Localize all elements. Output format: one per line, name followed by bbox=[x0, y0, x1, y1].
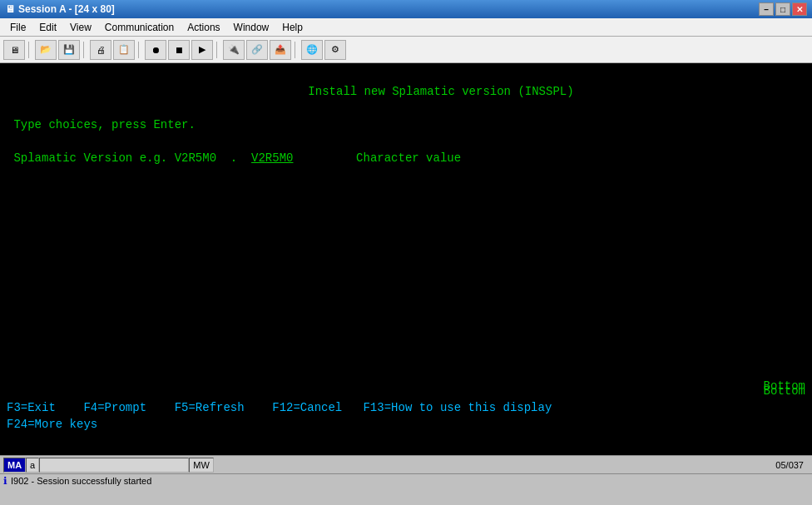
title-bar-controls: – □ ✕ bbox=[759, 2, 807, 16]
status-position: 05/037 bbox=[775, 460, 809, 470]
toolbar-sep4 bbox=[216, 42, 220, 58]
toolbar-new[interactable]: 🖥 bbox=[3, 40, 25, 60]
term-blank13 bbox=[7, 266, 805, 283]
term-bottom-line: Bottom bbox=[7, 383, 805, 399]
menu-window[interactable]: Window bbox=[227, 20, 276, 35]
term-blank12 bbox=[7, 250, 805, 266]
toolbar-sep3 bbox=[138, 42, 141, 58]
term-blank10 bbox=[7, 216, 805, 233]
term-line-blank1 bbox=[7, 67, 805, 83]
title-bar-left: 🖥 Session A - [24 x 80] bbox=[5, 3, 115, 15]
status-spacer bbox=[39, 458, 189, 473]
term-fkeys-line2: F24=More keys bbox=[7, 416, 805, 433]
term-blank18 bbox=[7, 349, 805, 366]
term-blank16 bbox=[7, 316, 805, 333]
title-bar: 🖥 Session A - [24 x 80] – □ ✕ bbox=[0, 0, 812, 18]
toolbar-sep1 bbox=[28, 42, 32, 58]
menu-file[interactable]: File bbox=[3, 20, 32, 35]
term-blank17 bbox=[7, 333, 805, 349]
status-session-name: a bbox=[26, 458, 39, 473]
term-field-label: Splamatic Version e.g. V2R5M0 . bbox=[7, 150, 251, 167]
menu-actions[interactable]: Actions bbox=[181, 20, 226, 35]
term-prompt-text: Type choices, press Enter. bbox=[7, 116, 196, 134]
status-left: MA a MW bbox=[3, 458, 775, 473]
toolbar-print[interactable]: 🖨 bbox=[90, 40, 111, 60]
term-fkeys-text1: F3=Exit F4=Prompt F5=Refresh F12=Cancel … bbox=[7, 399, 552, 417]
term-blank15 bbox=[7, 300, 805, 316]
toolbar-save[interactable]: 💾 bbox=[58, 40, 80, 60]
app-icon: 🖥 bbox=[5, 3, 15, 15]
menu-bar: File Edit View Communication Actions Win… bbox=[0, 18, 812, 37]
toolbar-disconnect[interactable]: 🔗 bbox=[246, 40, 268, 60]
term-blank9 bbox=[7, 200, 805, 216]
toolbar-connect[interactable]: 🔌 bbox=[223, 40, 245, 60]
term-field-line: Splamatic Version e.g. V2R5M0 . V2R5M0 C… bbox=[7, 150, 805, 166]
term-title-line: Install new Splamatic version (INSSPL) bbox=[7, 83, 805, 100]
toolbar-transfer[interactable]: 📤 bbox=[270, 40, 291, 60]
status-session-id: MA bbox=[3, 458, 26, 473]
toolbar-play[interactable]: ▶ bbox=[191, 40, 213, 60]
term-blank8 bbox=[7, 183, 805, 200]
term-blank14 bbox=[7, 283, 805, 300]
term-fkeys-line1: F3=Exit F4=Prompt F5=Refresh F12=Cancel … bbox=[7, 399, 805, 416]
toolbar: 🖥 📂 💾 🖨 📋 ⏺ ⏹ ▶ 🔌 🔗 📤 🌐 ⚙ bbox=[0, 37, 812, 63]
toolbar-sep2 bbox=[83, 42, 87, 58]
toolbar-record[interactable]: ⏺ bbox=[145, 40, 166, 60]
term-prompt-line: Type choices, press Enter. bbox=[7, 116, 805, 133]
menu-help[interactable]: Help bbox=[275, 20, 309, 35]
menu-edit[interactable]: Edit bbox=[32, 20, 63, 35]
term-fkeys-text2: F24=More keys bbox=[7, 416, 97, 433]
menu-view[interactable]: View bbox=[63, 20, 98, 35]
term-blank7 bbox=[7, 166, 805, 183]
msg-icon: ℹ bbox=[3, 475, 7, 487]
msg-text: I902 - Session successfully started bbox=[11, 476, 151, 486]
term-bottom-right: Bottom bbox=[764, 378, 805, 395]
status-bar: MA a MW 05/037 bbox=[0, 455, 812, 473]
term-line-blank2 bbox=[7, 100, 805, 116]
toolbar-copy[interactable]: 📋 bbox=[113, 40, 135, 60]
close-button[interactable]: ✕ bbox=[792, 2, 807, 16]
term-field-value[interactable]: V2R5M0 bbox=[251, 150, 293, 167]
term-field-hint: Character value bbox=[293, 150, 461, 167]
msg-bar: ℹ I902 - Session successfully started bbox=[0, 473, 812, 487]
maximize-button[interactable]: □ bbox=[775, 2, 790, 16]
menu-communication[interactable]: Communication bbox=[98, 20, 181, 35]
term-line-blank3 bbox=[7, 133, 805, 150]
minimize-button[interactable]: – bbox=[759, 2, 774, 16]
toolbar-sep5 bbox=[295, 42, 298, 58]
toolbar-web[interactable]: 🌐 bbox=[301, 40, 323, 60]
toolbar-open[interactable]: 📂 bbox=[35, 40, 57, 60]
term-blank19 bbox=[7, 366, 805, 383]
status-keyboard-mode: MW bbox=[189, 458, 214, 473]
terminal[interactable]: Install new Splamatic version (INSSPL) T… bbox=[0, 63, 812, 455]
term-title-text: Install new Splamatic version (INSSPL) bbox=[238, 83, 573, 101]
window-title: Session A - [24 x 80] bbox=[18, 3, 115, 15]
term-blank11 bbox=[7, 233, 805, 250]
toolbar-stop[interactable]: ⏹ bbox=[168, 40, 190, 60]
toolbar-macro[interactable]: ⚙ bbox=[324, 40, 346, 60]
